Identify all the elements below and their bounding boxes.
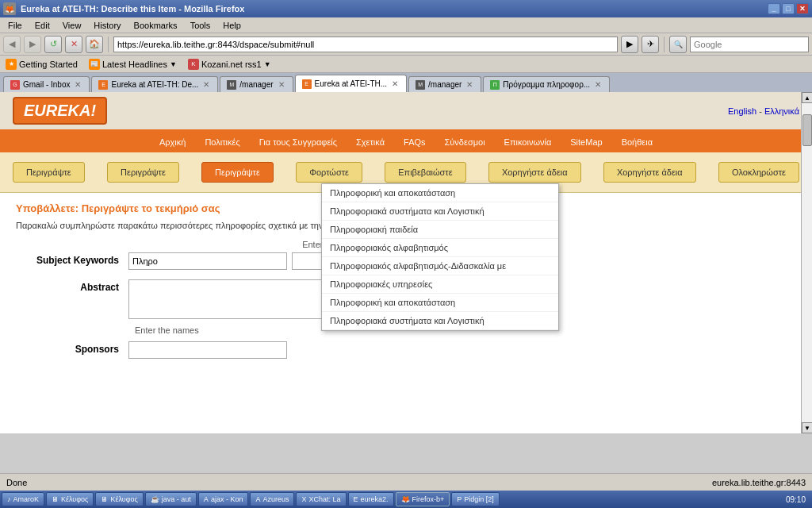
menu-tools[interactable]: Tools	[186, 19, 216, 32]
scroll-down-button[interactable]: ▼	[802, 422, 812, 433]
autocomplete-item-1[interactable]: Πληροφοριακά συστήματα και Λογιστική	[322, 202, 558, 221]
nav-contact[interactable]: Επικοινωνία	[501, 136, 555, 148]
tab-manager1[interactable]: M /manager ✕	[220, 76, 293, 92]
tab-close-prog[interactable]: ✕	[593, 80, 603, 90]
eureka2-icon: E	[354, 495, 358, 503]
nav-home[interactable]: Αρχική	[156, 136, 189, 148]
pidgin-label: Pidgin [2]	[464, 495, 494, 503]
menu-bookmarks[interactable]: Bookmarks	[129, 19, 182, 32]
taskbar-amarok[interactable]: ♪ AmaroK	[2, 492, 44, 506]
back-button[interactable]: ◀	[3, 36, 21, 53]
maximize-button[interactable]: □	[782, 3, 795, 14]
lang-greek[interactable]: Ελληνικά	[764, 106, 799, 116]
close-button[interactable]: ✕	[796, 3, 809, 14]
tab-label-gmail: Gmail - Inbox	[23, 80, 70, 89]
nav-sitemap[interactable]: SiteMap	[567, 136, 605, 148]
scroll-thumb[interactable]	[802, 114, 812, 146]
java-label: java - aut	[162, 495, 191, 503]
tab-prog[interactable]: Π Πρόγραμμα πληροφορ... ✕	[483, 76, 610, 92]
autocomplete-dropdown: Πληροφορική και αποκατάσταση Πληροφοριακ…	[321, 183, 559, 331]
nav-about[interactable]: Σχετικά	[353, 136, 388, 148]
tab-gmail[interactable]: G Gmail - Inbox ✕	[3, 76, 90, 92]
step-2[interactable]: Περιγράψτε	[107, 162, 179, 183]
kelyfos1-label: Κέλυφος	[61, 495, 88, 503]
autocomplete-item-0[interactable]: Πληροφορική και αποκατάσταση	[322, 184, 558, 202]
eureka-logo: EUREKA!	[13, 97, 107, 125]
firefox-label: Firefox-b+	[412, 495, 445, 503]
autocomplete-item-7[interactable]: Πληροφοριακά συστήματα και Λογιστική	[322, 312, 558, 330]
taskbar-xchat[interactable]: X XChat: La	[296, 492, 346, 506]
step-4[interactable]: Φορτώστε	[296, 162, 362, 183]
taskbar-kelyfos2[interactable]: 🖥 Κέλυφος	[95, 492, 143, 506]
menu-history[interactable]: History	[89, 19, 125, 32]
menu-help[interactable]: Help	[218, 19, 246, 32]
scrollbar-vertical[interactable]: ▲ ▼	[801, 92, 812, 433]
stop-button[interactable]: ✕	[65, 36, 82, 53]
step-8[interactable]: Ολοκληρώστε	[718, 162, 799, 183]
app-icon: 🦊	[3, 2, 16, 15]
menu-edit[interactable]: Edit	[30, 19, 55, 32]
taskbar-java[interactable]: ☕ java - aut	[145, 492, 197, 506]
tab-close-gmail[interactable]: ✕	[73, 80, 82, 90]
nav-faqs[interactable]: FAQs	[400, 136, 429, 148]
taskbar-kelyfos1[interactable]: 🖥 Κέλυφος	[46, 492, 94, 506]
step-1[interactable]: Περιγράψτε	[13, 162, 85, 183]
autocomplete-item-3[interactable]: Πληροφοριακός αλφαβητισμός	[322, 239, 558, 257]
nav-separator-1	[108, 37, 109, 52]
eureka2-label: eureka2.	[361, 495, 389, 503]
autocomplete-item-4[interactable]: Πληροφοριακός αλφαβητισμός-Διδασκαλία με	[322, 257, 558, 275]
taskbar-clock: 09:10	[781, 495, 810, 504]
tab-close-manager1[interactable]: ✕	[277, 80, 286, 90]
sponsors-input[interactable]	[128, 341, 287, 359]
taskbar-ajax[interactable]: A ajax - Kon	[198, 492, 249, 506]
tab-close-manager2[interactable]: ✕	[465, 80, 474, 90]
tab-eureka2[interactable]: E Eureka at ATEI-TH... ✕	[295, 75, 408, 92]
java-icon: ☕	[151, 495, 159, 503]
bookmark-headlines[interactable]: 📰 Latest Headlines ▼	[86, 58, 179, 71]
bookmark-label: Getting Started	[19, 60, 78, 69]
language-links: English - Ελληνικά	[728, 106, 799, 116]
autocomplete-item-6[interactable]: Πληροφορική και αποκατάσταση	[322, 294, 558, 312]
tab-manager2[interactable]: M /manager ✕	[408, 76, 481, 92]
bookmark-kozani[interactable]: K Kozani.net rss1 ▼	[186, 58, 274, 71]
taskbar-pidgin[interactable]: P Pidgin [2]	[451, 492, 500, 506]
menu-file[interactable]: File	[3, 19, 27, 32]
tab-eureka1[interactable]: E Eureka at ATEI-TH: De... ✕	[91, 76, 218, 92]
nav-help[interactable]: Βοήθεια	[619, 136, 656, 148]
forward-button[interactable]: ▶	[24, 36, 41, 53]
nav-authors[interactable]: Για τους Συγγραφείς	[256, 136, 340, 148]
tab-close-eureka2[interactable]: ✕	[390, 79, 400, 89]
reload-button[interactable]: ↺	[44, 36, 62, 53]
search-input[interactable]	[690, 37, 809, 52]
lang-separator: -	[759, 106, 764, 116]
taskbar-eureka2[interactable]: E eureka2.	[348, 492, 394, 506]
step-3[interactable]: Περιγράψτε	[201, 162, 274, 183]
taskbar-firefox[interactable]: 🦊 Firefox-b+	[396, 492, 450, 506]
go-button[interactable]: ▶	[621, 36, 638, 53]
tab-label-prog: Πρόγραμμα πληροφορ...	[503, 80, 590, 89]
url-bar[interactable]	[113, 37, 618, 52]
tab-favicon-eureka1: E	[98, 80, 108, 90]
nav-links[interactable]: Σύνδεσμοι	[442, 136, 488, 148]
pidgin-icon: P	[457, 495, 462, 503]
tab-favicon-gmail: G	[10, 80, 20, 90]
window-title: Eureka at ATEI-TH: Describe this Item - …	[21, 4, 244, 13]
status-bar: Done eureka.lib.teithe.gr:8443	[0, 473, 812, 491]
bookmark-getting-started[interactable]: ★ Getting Started	[3, 58, 80, 71]
tab-close-eureka1[interactable]: ✕	[201, 80, 211, 90]
plane-button[interactable]: ✈	[642, 36, 659, 53]
subject-input-1[interactable]	[128, 252, 287, 270]
home-button[interactable]: 🏠	[86, 36, 103, 53]
menu-view[interactable]: View	[58, 19, 86, 32]
minimize-button[interactable]: _	[768, 3, 780, 14]
step-6[interactable]: Χορηγήστε άδεια	[488, 162, 581, 183]
autocomplete-item-2[interactable]: Πληροφοριακή παιδεία	[322, 221, 558, 239]
step-5[interactable]: Επιβεβαιώστε	[385, 162, 465, 183]
nav-policies[interactable]: Πολιτικές	[201, 136, 243, 148]
lang-english[interactable]: English	[728, 106, 756, 116]
step-7[interactable]: Χορηγήστε άδεια	[603, 162, 696, 183]
scroll-up-button[interactable]: ▲	[802, 92, 812, 103]
search-icon: 🔍	[669, 36, 687, 53]
taskbar-azureus[interactable]: A Azureus	[250, 492, 294, 506]
autocomplete-item-5[interactable]: Πληροφοριακές υπηρεσίες	[322, 275, 558, 294]
